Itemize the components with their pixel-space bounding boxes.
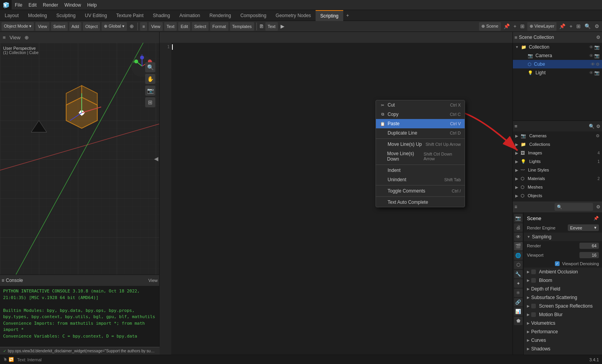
viewport-view-icon[interactable]: View — [9, 35, 22, 40]
prop-tab-modifier[interactable]: 🔧 — [514, 270, 523, 278]
ctx-copy[interactable]: ⧉ Copy Ctrl C — [376, 110, 465, 119]
outliner-light[interactable]: 💡 Light 👁 📷 — [513, 68, 602, 77]
scene-dropdown[interactable]: ⊕ Scene — [479, 22, 500, 31]
menu-render[interactable]: Render — [40, 0, 61, 10]
nav-zoom-in[interactable]: 🔍 — [145, 62, 155, 72]
ssr-toggle[interactable] — [531, 304, 536, 308]
ctx-toggle-comments[interactable]: Toggle Comments Ctrl / — [376, 186, 465, 196]
prop-tab-view[interactable]: 👁 — [514, 233, 523, 241]
viewport-menu-icon[interactable]: ≡ — [2, 35, 7, 40]
eye-icon-light[interactable]: 👁 — [589, 70, 593, 75]
menu-help[interactable]: Help — [84, 0, 100, 10]
lights-item[interactable]: ▶ 💡 Lights 1 — [513, 157, 602, 166]
bloom-header[interactable]: ▶ Bloom — [524, 276, 602, 285]
scene-new-icon[interactable]: + — [512, 23, 518, 29]
format-button[interactable]: Format — [210, 22, 228, 31]
prop-tab-particles[interactable]: ✦ — [514, 279, 523, 288]
outliner2-filter-icon[interactable]: ⚙ — [596, 124, 600, 129]
curves-header[interactable]: ▶ Curves — [524, 336, 602, 345]
materials-item[interactable]: ▶ ⬡ Materials 2 — [513, 174, 602, 183]
eye-icon[interactable]: 👁 — [589, 45, 593, 50]
ctx-indent[interactable]: Indent — [376, 166, 465, 175]
run-script-icon[interactable]: ▶ — [279, 23, 286, 29]
render-icon-light[interactable]: 📷 — [594, 70, 600, 75]
outliner-filter-icon[interactable]: ⚙ — [596, 35, 600, 40]
props-search[interactable]: 🔍 — [555, 203, 593, 211]
outliner-camera[interactable]: 📷 Camera 👁 📷 — [513, 51, 602, 60]
menu-window[interactable]: Window — [61, 0, 84, 10]
add-button[interactable]: Add — [69, 22, 82, 31]
ctx-move-down[interactable]: Move Line(s) Down Shift Ctrl Down Arrow — [376, 149, 465, 164]
outliner-cube[interactable]: ⬡ Cube 👁 ⚙ — [513, 60, 602, 68]
motion-blur-header[interactable]: ▶ Motion Blur — [524, 310, 602, 319]
sss-header[interactable]: ▶ Subsurface Scattering — [524, 293, 602, 302]
viewport-sample-value[interactable]: 16 — [579, 252, 599, 258]
select-button[interactable]: Select — [51, 22, 68, 31]
filter-icon[interactable]: ⚙ — [593, 23, 600, 29]
collections-item[interactable]: ▶ 📁 Collections — [513, 140, 602, 149]
ambient-occlusion-header[interactable]: ▶ Ambient Occlusion — [524, 268, 602, 276]
tab-texture-paint[interactable]: Texture Paint — [112, 10, 148, 21]
prop-tab-object[interactable]: ⬡ — [514, 261, 523, 269]
sampling-section-header[interactable]: ▼ Sampling — [524, 233, 602, 241]
ctx-duplicate-line[interactable]: Duplicate Line Ctrl D — [376, 128, 465, 138]
cameras-item[interactable]: ▶ 📷 Cameras ⚙ — [513, 131, 602, 140]
prop-tab-world[interactable]: 🌐 — [514, 251, 523, 260]
scene-pin-icon[interactable]: 📌 — [593, 216, 599, 221]
view-text-button[interactable]: View — [149, 22, 163, 31]
prop-tab-data[interactable]: 📊 — [514, 307, 523, 316]
text-editor-icon[interactable]: ≡ — [140, 22, 147, 31]
text-button[interactable]: Text — [164, 22, 177, 31]
mb-toggle[interactable] — [531, 312, 536, 317]
render-sample-value[interactable]: 64 — [579, 243, 599, 249]
props-filter-icon[interactable]: ⚙ — [596, 204, 600, 210]
meshes-item[interactable]: ▶ ⬡ Meshes — [513, 183, 602, 191]
objects-item[interactable]: ▶ ⬡ Objects — [513, 191, 602, 200]
ctx-paste[interactable]: 📋 Paste Ctrl V — [376, 119, 465, 128]
tab-animation[interactable]: Animation — [175, 10, 205, 21]
view-layer-new-icon[interactable]: + — [568, 23, 574, 29]
prop-tab-constraints[interactable]: 🔗 — [514, 298, 523, 306]
search-icon[interactable]: 🔍 — [583, 23, 592, 29]
ctx-autocomplete[interactable]: Text Auto Complete — [376, 198, 465, 207]
prop-tab-physics[interactable]: ⚛ — [514, 289, 523, 297]
performance-header[interactable]: ▶ Performance — [524, 327, 602, 336]
nav-ortho[interactable]: ⊞ — [145, 97, 155, 107]
outliner-collection[interactable]: ▼ 📁 Collection 👁 📷 — [513, 43, 602, 51]
ssr-header[interactable]: ▶ Screen Space Reflections — [524, 302, 602, 310]
prop-tab-render[interactable]: 📷 — [514, 214, 523, 222]
render-icon-cube[interactable]: ⚙ — [596, 62, 600, 67]
text-name[interactable]: Text — [265, 22, 278, 31]
tab-uv-editing[interactable]: UV Editing — [80, 10, 112, 21]
scene-copy-icon[interactable]: ⊞ — [519, 23, 526, 29]
prop-tab-scene[interactable]: 🎬 — [514, 242, 523, 250]
volumetrics-header[interactable]: ▶ Volumetrics — [524, 319, 602, 327]
console-view-menu[interactable]: View — [148, 278, 158, 283]
line-styles-item[interactable]: ▶ 〰 Line Styles — [513, 166, 602, 174]
add-workspace-button[interactable]: + — [343, 10, 352, 21]
ctx-move-up[interactable]: Move Line(s) Up Shift Ctrl Up Arrow — [376, 140, 465, 149]
view-layer-copy-icon[interactable]: ⊞ — [575, 23, 582, 29]
bloom-toggle[interactable] — [531, 278, 536, 283]
menu-file[interactable]: File — [12, 0, 25, 10]
panel-collapse-arrow[interactable]: ◀ — [154, 156, 158, 162]
tab-geometry-nodes[interactable]: Geometry Nodes — [271, 10, 316, 21]
render-icon[interactable]: 📷 — [594, 45, 600, 50]
tab-compositing[interactable]: Compositing — [236, 10, 271, 21]
tab-sculpting[interactable]: Sculpting — [52, 10, 80, 21]
dof-header[interactable]: ▶ Depth of Field — [524, 285, 602, 293]
render-engine-dropdown[interactable]: Eevee ▾ — [568, 224, 599, 231]
view-layer-pin-icon[interactable]: 📌 — [558, 23, 567, 29]
eye-icon-cam[interactable]: 👁 — [589, 53, 593, 58]
shadows-header[interactable]: ▶ Shadows — [524, 345, 602, 353]
templates-button[interactable]: Templates — [230, 22, 254, 31]
outliner2-search-icon[interactable]: 🔍 — [589, 124, 595, 129]
menu-edit[interactable]: Edit — [25, 0, 40, 10]
tab-shading[interactable]: Shading — [148, 10, 175, 21]
images-item[interactable]: ▶ 🖼 Images 4 — [513, 149, 602, 157]
prop-tab-material[interactable]: ⬟ — [514, 317, 523, 325]
ctx-unindent[interactable]: Unindent Shift Tab — [376, 175, 465, 184]
object-button[interactable]: Object — [83, 22, 100, 31]
global-button[interactable]: ⊕ Global ▾ — [102, 22, 127, 31]
view-layer-dropdown[interactable]: ⊕ ViewLayer — [527, 22, 556, 31]
